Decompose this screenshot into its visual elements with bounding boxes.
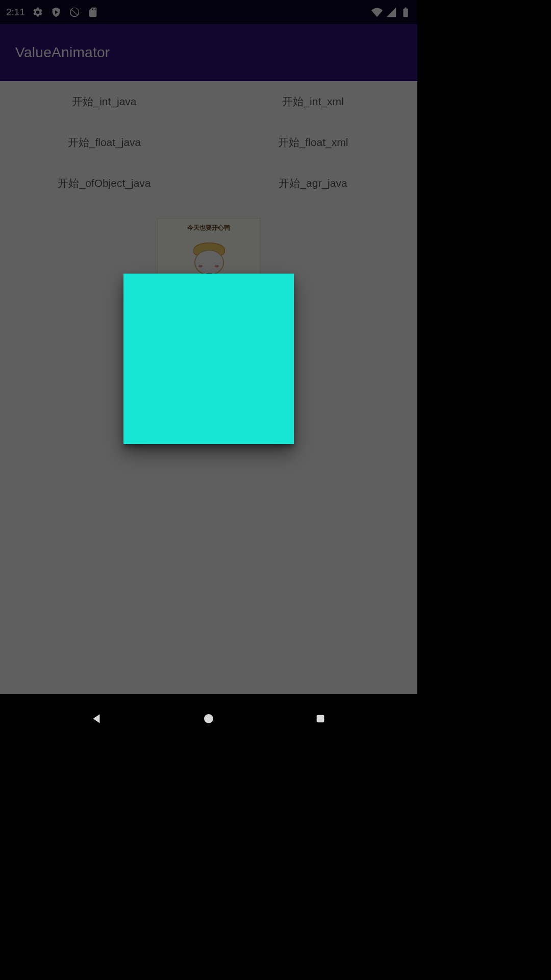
back-button[interactable] <box>88 710 106 727</box>
start-ofobject-java-button[interactable]: 开始_ofObject_java <box>0 163 209 204</box>
start-float-java-button[interactable]: 开始_float_java <box>0 122 209 163</box>
start-agr-java-button[interactable]: 开始_agr_java <box>209 163 417 204</box>
gear-icon <box>32 7 43 18</box>
status-bar: 2:11 <box>0 0 417 24</box>
cartoon-caption: 今天也要开心鸭 <box>187 224 230 232</box>
play-protect-icon <box>51 7 62 18</box>
navigation-bar <box>0 694 417 743</box>
clock: 2:11 <box>6 7 25 18</box>
battery-icon <box>400 7 411 18</box>
svg-rect-1 <box>317 715 324 723</box>
svg-point-0 <box>204 714 213 723</box>
status-right <box>371 7 411 18</box>
home-button[interactable] <box>200 710 217 727</box>
no-sync-icon <box>69 7 80 18</box>
cellular-signal-icon <box>386 7 397 18</box>
start-int-xml-button[interactable]: 开始_int_xml <box>209 81 417 122</box>
wifi-icon <box>371 7 383 18</box>
button-grid: 开始_int_java 开始_int_xml 开始_float_java 开始_… <box>0 81 417 204</box>
recents-button[interactable] <box>312 710 329 727</box>
dialog-square[interactable] <box>123 274 294 444</box>
start-int-java-button[interactable]: 开始_int_java <box>0 81 209 122</box>
sd-card-icon <box>87 7 98 18</box>
start-float-xml-button[interactable]: 开始_float_xml <box>209 122 417 163</box>
page-title: ValueAnimator <box>15 44 110 61</box>
status-left: 2:11 <box>6 7 98 18</box>
app-bar: ValueAnimator <box>0 24 417 81</box>
